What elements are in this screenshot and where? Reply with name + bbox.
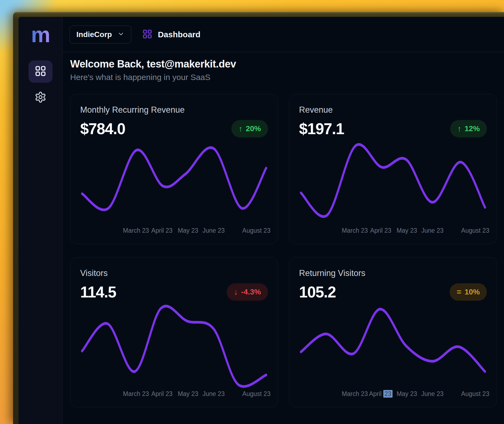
topbar: IndieCorp Dashboard — [63, 17, 504, 52]
card-title: Monthly Recurring Revenue — [80, 105, 268, 115]
chevron-down-icon — [117, 30, 125, 38]
equals-icon: = — [457, 288, 461, 297]
axis-label: August 23 — [461, 227, 489, 234]
stat-value: 105.2 — [299, 283, 336, 301]
line-chart[interactable] — [299, 140, 487, 225]
axis-label: June 23 — [203, 390, 225, 398]
trend-value: -4.3% — [241, 288, 261, 296]
axis-label: May 23 — [397, 227, 417, 234]
trend-badge: = 10% — [450, 283, 487, 301]
value-row: 114.5 ↓ -4.3% — [80, 283, 268, 301]
arrow-up-icon: ↑ — [238, 124, 242, 133]
axis-label: April 23 — [369, 390, 393, 398]
selected-text: 23 — [383, 390, 393, 398]
x-axis: March 23April 23May 23June 23August 23 — [80, 390, 268, 400]
trend-value: 20% — [246, 124, 261, 133]
axis-label: April 23 — [151, 390, 173, 398]
breadcrumb: Dashboard — [142, 29, 201, 40]
card-revenue: Revenue $197.1 ↑ 12% March 23April 23May… — [289, 94, 497, 244]
gear-icon — [35, 91, 46, 104]
desktop: { "colors": { "accent_purple": "#7c3aed"… — [0, 0, 504, 424]
app-content: m Indie — [18, 17, 504, 424]
stat-value: $197.1 — [299, 120, 344, 138]
dashboard-main: Welcome Back, test@makerkit.dev Here's w… — [63, 52, 504, 424]
axis-label: August 23 — [242, 390, 270, 398]
card-title: Visitors — [80, 268, 268, 278]
card-returning-visitors: Returning Visitors 105.2 = 10% March 23A… — [289, 257, 497, 407]
sidebar-item-dashboard[interactable] — [29, 60, 52, 83]
value-row: $784.0 ↑ 20% — [80, 120, 268, 138]
stat-value: 114.5 — [80, 283, 116, 301]
value-row: $197.1 ↑ 12% — [299, 120, 487, 138]
welcome-subtitle: Here's what is happening in your SaaS — [70, 73, 504, 82]
axis-label: June 23 — [421, 390, 444, 398]
axis-label: March 23 — [123, 390, 149, 398]
axis-label: June 23 — [421, 227, 444, 234]
makerkit-logo[interactable]: m — [31, 22, 50, 48]
welcome-heading: Welcome Back, test@makerkit.dev — [70, 58, 504, 70]
axis-label: August 23 — [461, 390, 489, 398]
stats-grid: Monthly Recurring Revenue $784.0 ↑ 20% M… — [70, 94, 504, 407]
sidebar: m — [18, 17, 63, 424]
team-name: IndieCorp — [76, 30, 112, 39]
arrow-up-icon: ↑ — [457, 124, 461, 133]
page-title: Dashboard — [158, 30, 201, 39]
line-chart[interactable] — [80, 303, 268, 389]
trend-badge: ↑ 20% — [231, 120, 268, 137]
line-chart[interactable] — [299, 303, 487, 389]
axis-label: June 23 — [203, 227, 225, 234]
x-axis: March 23April 23May 23June 23August 23 — [80, 227, 268, 237]
trend-value: 12% — [465, 124, 480, 133]
axis-label: August 23 — [242, 227, 270, 234]
axis-label: May 23 — [178, 227, 198, 234]
axis-label: March 23 — [123, 227, 149, 234]
team-selector-button[interactable]: IndieCorp — [70, 26, 131, 44]
trend-badge: ↓ -4.3% — [227, 283, 268, 301]
arrow-down-icon: ↓ — [234, 288, 238, 297]
axis-label: May 23 — [397, 390, 417, 398]
line-chart[interactable] — [80, 140, 268, 225]
trend-badge: ↑ 12% — [450, 120, 487, 137]
layout-grid-icon — [35, 65, 46, 78]
x-axis: March 23April 23May 23June 23August 23 — [299, 227, 487, 237]
card-monthly-recurring-revenue: Monthly Recurring Revenue $784.0 ↑ 20% M… — [70, 94, 278, 244]
axis-label: March 23 — [342, 390, 368, 398]
card-visitors: Visitors 114.5 ↓ -4.3% March 23April 23M… — [70, 257, 278, 407]
axis-label: May 23 — [178, 390, 198, 398]
app-window: m Indie — [13, 12, 504, 424]
trend-value: 10% — [465, 288, 480, 296]
card-title: Revenue — [299, 105, 487, 115]
sidebar-item-settings[interactable] — [29, 87, 52, 109]
card-title: Returning Visitors — [299, 268, 487, 278]
stat-value: $784.0 — [80, 120, 125, 138]
axis-label: April 23 — [370, 227, 391, 234]
axis-label: March 23 — [342, 227, 368, 234]
x-axis: March 23April 23May 23June 23August 23 — [299, 390, 487, 400]
axis-label: April 23 — [151, 227, 173, 234]
layout-grid-icon — [142, 29, 153, 40]
value-row: 105.2 = 10% — [299, 283, 487, 301]
